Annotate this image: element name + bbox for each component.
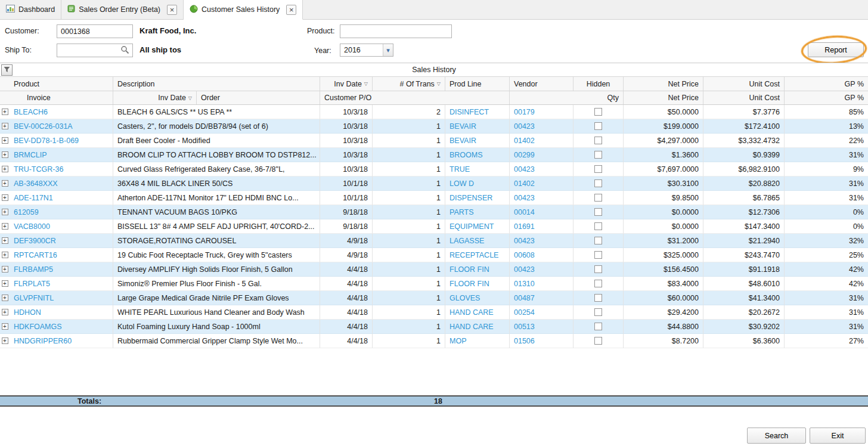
col-inv-date[interactable]: Inv Date [320,77,373,91]
product-input[interactable] [340,24,452,38]
product-link[interactable]: AB-3648XXX [14,179,58,188]
vendor-link[interactable]: 00179 [514,108,535,116]
product-link[interactable]: FLRBAMP5 [14,265,53,274]
col-num-of-trans[interactable]: # Of Trans [373,77,445,91]
chevron-down-icon[interactable] [383,44,393,56]
col-prod-line[interactable]: Prod Line [445,77,510,91]
filter-triangle-icon[interactable] [364,81,368,86]
subcol-inv-date[interactable]: Inv Date [113,91,197,104]
tab-sales-order-entry[interactable]: Sales Order Entry (Beta) [61,0,184,19]
expand-row-icon[interactable] [2,209,8,215]
vendor-link[interactable]: 01691 [514,222,535,231]
vendor-link[interactable]: 00299 [514,151,535,159]
search-icon[interactable] [120,45,130,55]
col-hidden[interactable]: Hidden [574,77,624,91]
tab-dashboard[interactable]: Dashboard [0,0,61,19]
prod-line-link[interactable]: DISPENSER [450,194,492,202]
hidden-checkbox[interactable] [594,222,602,230]
hidden-checkbox[interactable] [594,251,602,259]
col-net-price[interactable]: Net Price [624,77,703,91]
subcol-unit-cost[interactable]: Unit Cost [703,91,785,104]
close-icon[interactable] [286,5,296,15]
vendor-link[interactable]: 00423 [514,265,535,274]
expand-row-icon[interactable] [2,151,8,158]
expand-row-icon[interactable] [2,166,8,172]
expand-row-icon[interactable] [2,295,8,301]
prod-line-link[interactable]: DISINFECT [450,108,489,116]
subcol-order[interactable]: Order [197,91,320,104]
report-button[interactable]: Report [808,42,864,57]
subcol-qty[interactable]: Qty [510,91,624,104]
expand-row-icon[interactable] [2,252,8,258]
vendor-link[interactable]: 00254 [514,308,535,317]
expand-row-icon[interactable] [2,223,8,230]
prod-line-link[interactable]: HAND CARE [450,323,494,331]
filter-triangle-icon[interactable] [188,95,192,101]
prod-line-link[interactable]: BEVAIR [450,137,476,145]
vendor-link[interactable]: 00608 [514,251,535,259]
vendor-link[interactable]: 00014 [514,208,535,216]
subcol-net-price[interactable]: Net Price [624,91,703,104]
product-link[interactable]: TRU-TCGR-36 [14,165,63,174]
product-link[interactable]: RPTCART16 [14,251,57,259]
product-link[interactable]: VACB8000 [14,222,50,231]
prod-line-link[interactable]: GLOVES [450,294,480,302]
hidden-checkbox[interactable] [594,294,602,302]
hidden-checkbox[interactable] [594,265,602,273]
vendor-link[interactable]: 00423 [514,237,535,245]
vendor-link[interactable]: 00487 [514,294,535,302]
expand-row-icon[interactable] [2,266,8,272]
exit-button[interactable]: Exit [810,428,866,444]
expand-row-icon[interactable] [2,309,8,315]
product-link[interactable]: 612059 [14,208,39,216]
prod-line-link[interactable]: PARTS [450,208,474,216]
prod-line-link[interactable]: LOW D [450,179,474,188]
product-link[interactable]: ADE-117N1 [14,194,53,202]
prod-line-link[interactable]: FLOOR FIN [450,280,489,288]
hidden-checkbox[interactable] [594,323,602,330]
hidden-checkbox[interactable] [594,179,602,187]
expand-row-icon[interactable] [2,137,8,144]
vendor-link[interactable]: 00423 [514,165,535,174]
col-vendor[interactable]: Vendor [510,77,574,91]
expand-row-icon[interactable] [2,337,8,344]
expand-row-icon[interactable] [2,280,8,287]
col-gp-percent[interactable]: GP % [785,77,868,91]
hidden-checkbox[interactable] [594,122,602,130]
prod-line-link[interactable]: LAGASSE [450,237,484,245]
close-icon[interactable] [167,5,177,15]
tab-customer-sales-history[interactable]: Customer Sales History [184,0,303,20]
product-link[interactable]: BRMCLIP [14,151,47,159]
prod-line-link[interactable]: MOP [450,337,466,345]
col-product[interactable]: Product [0,77,113,91]
prod-line-link[interactable]: EQUIPMENT [450,222,494,231]
expand-row-icon[interactable] [2,194,8,201]
product-link[interactable]: DEF3900CR [14,237,56,245]
expand-row-icon[interactable] [2,123,8,129]
vendor-link[interactable]: 01310 [514,280,535,288]
hidden-checkbox[interactable] [594,151,602,159]
product-link[interactable]: BEV-DD78-1-B-069 [14,137,79,145]
expand-row-icon[interactable] [2,237,8,244]
expand-row-icon[interactable] [2,180,8,187]
product-link[interactable]: BLEACH6 [14,108,48,116]
prod-line-link[interactable]: TRUE [450,165,470,174]
product-link[interactable]: GLVPFNITL [14,294,54,302]
search-button[interactable]: Search [747,428,806,444]
filter-triangle-icon[interactable] [437,81,441,86]
hidden-checkbox[interactable] [594,337,602,345]
vendor-link[interactable]: 00513 [514,323,535,331]
year-select[interactable]: 2016 [340,44,393,57]
subcol-customer-po[interactable]: Customer P/O [320,91,510,104]
prod-line-link[interactable]: FLOOR FIN [450,265,489,274]
expand-row-icon[interactable] [2,109,8,115]
hidden-checkbox[interactable] [594,308,602,316]
vendor-link[interactable]: 01506 [514,337,535,345]
prod-line-link[interactable]: RECEPTACLE [450,251,498,259]
subcol-invoice[interactable]: Invoice [0,91,113,104]
hidden-checkbox[interactable] [594,108,602,116]
prod-line-link[interactable]: BEVAIR [450,122,476,131]
hidden-checkbox[interactable] [594,280,602,287]
col-description[interactable]: Description [113,77,320,91]
vendor-link[interactable]: 01402 [514,179,535,188]
